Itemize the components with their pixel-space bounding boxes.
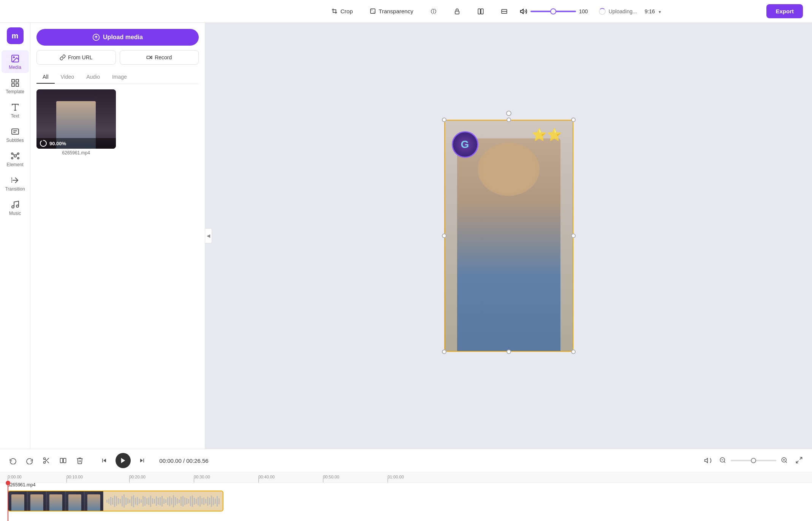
volume-timeline-button[interactable] [703, 455, 713, 466]
svg-point-22 [11, 157, 13, 159]
time-display: 00:00.00 / 00:26.56 [154, 457, 214, 464]
list-item[interactable]: 90.00% 6265961.mp4 [36, 89, 116, 156]
skip-end-button[interactable] [137, 455, 147, 466]
undo-button[interactable] [8, 455, 18, 466]
tab-audio[interactable]: Audio [80, 71, 106, 84]
waveform-bar [213, 497, 214, 505]
handle-bottom-left[interactable] [442, 349, 446, 354]
zoom-in-button[interactable] [779, 455, 789, 466]
tab-video[interactable]: Video [55, 71, 81, 84]
flip-horizontal-button[interactable] [426, 6, 442, 17]
sidebar-item-template[interactable]: Template [2, 75, 29, 97]
logo-overlay[interactable]: G [452, 131, 478, 158]
left-panel: Upload media From URL Record [30, 23, 205, 449]
redo-icon [26, 457, 33, 464]
sidebar-item-subtitles[interactable]: Subtitles [2, 123, 29, 146]
thumb-person [30, 494, 43, 511]
crop-label: Crop [340, 8, 353, 14]
align-button[interactable] [496, 6, 512, 17]
track-clip[interactable] [8, 491, 223, 511]
from-url-button[interactable]: From URL [36, 50, 116, 65]
ruler-mark-5: 00:50.00 [323, 475, 339, 479]
waveform-bar [163, 499, 165, 504]
upload-icon [92, 33, 100, 41]
transparency-button[interactable]: Transparency [365, 6, 418, 17]
record-button[interactable]: Record [120, 50, 199, 65]
waveform-bar [209, 498, 210, 505]
svg-rect-29 [147, 56, 150, 59]
waveform-bar [131, 496, 132, 506]
skip-start-button[interactable] [99, 455, 109, 466]
transition-icon [11, 176, 20, 185]
crop-button[interactable]: Crop [327, 6, 358, 17]
lock-button[interactable] [449, 6, 465, 17]
sidebar-item-text[interactable]: Text [2, 99, 29, 122]
redo-button[interactable] [24, 455, 35, 466]
rotate-handle[interactable] [506, 111, 511, 116]
video-canvas: G ⭐⭐ [444, 120, 573, 352]
sidebar-item-music[interactable]: Music [2, 196, 29, 219]
main-body: m Media Template [0, 23, 812, 449]
svg-point-11 [13, 57, 14, 58]
zoom-out-button[interactable] [718, 455, 728, 466]
waveform-bar [190, 496, 191, 506]
sidebar-item-transition[interactable]: Transition [2, 172, 29, 195]
tab-image[interactable]: Image [106, 71, 133, 84]
waveform-bar [169, 496, 170, 506]
sidebar-item-element[interactable]: Element [2, 148, 29, 170]
handle-top-left[interactable] [442, 118, 446, 122]
scissors-button[interactable] [41, 455, 52, 466]
thumb-frame [84, 491, 103, 511]
handle-top-right[interactable] [571, 118, 576, 122]
thumbnail-overlay: 90.00% [36, 138, 116, 149]
play-button[interactable] [116, 453, 131, 468]
volume-slider[interactable] [530, 11, 576, 12]
handle-bottom-center[interactable] [507, 349, 511, 354]
svg-point-32 [44, 458, 46, 460]
ruler-mark-3: 00:30.00 [194, 475, 210, 479]
text-icon [11, 103, 20, 112]
handle-bottom-right[interactable] [571, 349, 576, 354]
handle-top-center[interactable] [507, 118, 511, 122]
split-clip-button[interactable] [58, 455, 68, 466]
thumb-frame [8, 491, 27, 511]
handle-mid-right[interactable] [571, 233, 576, 238]
svg-point-27 [16, 205, 19, 207]
waveform-bar [177, 498, 178, 504]
app-logo[interactable]: m [7, 27, 24, 44]
timeline-ruler[interactable]: 0:00.00 00:10.00 00:20.00 00:30.00 00:40… [0, 472, 812, 483]
zoom-controls [718, 455, 789, 466]
transparency-icon [370, 8, 377, 15]
waveform-bar [161, 496, 163, 507]
svg-point-19 [14, 155, 16, 157]
svg-rect-13 [16, 79, 19, 82]
track-clip-wrapper: 6265961.mp4 [8, 491, 223, 511]
upload-media-button[interactable]: Upload media [36, 29, 199, 46]
waveform-bar [139, 499, 140, 504]
zoom-in-icon [781, 457, 788, 464]
waveform-bar [122, 496, 123, 507]
delete-icon [76, 457, 84, 464]
waveform-bar [167, 497, 168, 505]
zoom-slider[interactable] [731, 460, 776, 461]
flip-h-icon [430, 8, 437, 15]
sidebar-item-media[interactable]: Media [2, 50, 29, 73]
timeline-tracks: 6265961.mp4 [0, 483, 812, 521]
fullscreen-button[interactable] [794, 455, 804, 467]
sidebar-music-label: Music [9, 211, 21, 216]
waveform-bar [154, 499, 155, 504]
thumb-frame [65, 491, 84, 511]
export-button[interactable]: Export [766, 4, 803, 18]
tab-all[interactable]: All [36, 71, 55, 84]
waveform-bar [194, 498, 195, 505]
handle-mid-left[interactable] [442, 233, 446, 238]
collapse-panel-button[interactable]: ◀ [205, 228, 212, 243]
fullscreen-icon [795, 456, 803, 464]
waveform-bar [116, 496, 117, 506]
split-button[interactable] [473, 6, 489, 17]
delete-button[interactable] [74, 455, 85, 466]
waveform-bar [199, 496, 201, 507]
waveform-bar [198, 497, 199, 505]
loading-spinner [599, 8, 606, 15]
media-thumbnail[interactable]: 90.00% [36, 89, 116, 149]
